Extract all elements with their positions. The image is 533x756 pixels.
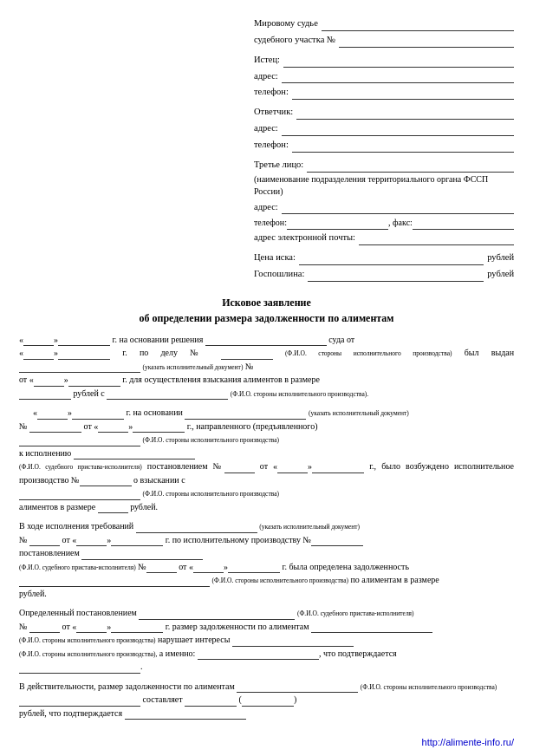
- p4-fio-note2: (Ф.И.О. стороны исполнительного производ…: [19, 636, 155, 644]
- gosposhlina-label: Госпошлина:: [254, 266, 304, 282]
- p2-text1: г. на основании: [127, 407, 183, 417]
- price-suffix: рублей: [487, 250, 514, 265]
- p1-text8: рублей с: [74, 388, 105, 398]
- p2-text2: №: [19, 421, 28, 431]
- p4-text8: , что подтверждается: [319, 648, 397, 658]
- p3-doc-num: [29, 536, 60, 546]
- p2-text13: рублей.: [130, 502, 158, 512]
- p4-text1: Определенный постановлением: [19, 608, 137, 617]
- p4-dec-month: [111, 622, 163, 633]
- p2-from-day: [98, 422, 128, 433]
- p5-text2: составляет: [143, 694, 183, 704]
- p1-court-label: суда от: [328, 335, 354, 344]
- paragraph-2: «» г. на основании (указать исполнительн…: [19, 406, 514, 513]
- document-title-line1: Исковое заявление: [19, 295, 514, 310]
- p3-text11: по алиментам в размере: [350, 575, 439, 584]
- p1-fio-note2: (Ф.И.О. стороны исполнительного производ…: [231, 390, 368, 398]
- p2-executor: [74, 449, 195, 459]
- district-label: судебного участка №: [254, 32, 335, 48]
- p1-amount: [19, 389, 71, 400]
- third-party-address-label: адрес:: [254, 199, 278, 215]
- p1-text4: №: [245, 362, 254, 371]
- defendant-phone-label: телефон:: [254, 137, 289, 153]
- third-party-line: [307, 160, 514, 173]
- p2-text11: о взыскании с: [133, 475, 185, 485]
- p5-amount-paren: [242, 696, 294, 707]
- p1-doc-note: (указать исполнительный документ): [143, 363, 244, 371]
- p2-fio-note2: (Ф.И.О. судебного пристава-исполнителя): [19, 463, 142, 471]
- defendant-address-label: адрес:: [254, 121, 278, 136]
- p3-text10: г. была определена задолженность: [282, 562, 408, 571]
- p2-doc: [185, 409, 306, 420]
- p3-doc-note: (указать исполнительный документ): [259, 523, 360, 531]
- p3-fio-note: (Ф.И.О. судебного пристава-исполнителя): [19, 564, 136, 571]
- third-party-phone-line: [287, 218, 388, 230]
- p4-dec-num: [29, 622, 60, 633]
- p4-text6: нарушает интересы: [158, 635, 230, 644]
- p2-dec-day: [277, 463, 308, 473]
- p1-text5: от «: [19, 375, 34, 384]
- p1-date-month: [58, 336, 110, 346]
- p1-fio-note: (Ф.И.О. стороны исполнительного производ…: [285, 349, 452, 357]
- p1-from-day: [34, 376, 64, 387]
- p2-text6: к исполнению: [19, 448, 71, 458]
- gosposhlina-suffix: рублей: [487, 266, 514, 282]
- document-page: Мировому судье судебного участка № Истец…: [0, 0, 533, 756]
- p5-text5: рублей, что подтверждается: [19, 708, 122, 718]
- gosposhlina-line: [308, 270, 484, 282]
- p1-text7: г. для осуществления взыскания алиментов…: [122, 375, 320, 384]
- p4-confirm: [19, 663, 140, 674]
- p5-text1: В действительности, размер задолженности…: [19, 681, 235, 691]
- plaintiff-address-label: адрес:: [254, 68, 278, 84]
- p1-doc: [19, 362, 140, 373]
- p2-text12: алиментов в размере: [19, 502, 95, 512]
- p4-text5: г. размер задолженности по алиментам: [166, 622, 309, 631]
- p3-fio: [19, 577, 210, 587]
- p2-fio-note: (Ф.И.О. стороны исполнительного производ…: [143, 436, 279, 444]
- p1-text3: был выдан: [465, 348, 514, 357]
- p3-text7: №: [138, 562, 146, 571]
- p4-text3: от «: [62, 622, 77, 631]
- p1-from-month: [68, 376, 120, 387]
- p3-dec-month: [228, 563, 280, 573]
- header-section: Мировому судье судебного участка № Истец…: [19, 16, 514, 286]
- third-party-fax-label: , факс:: [388, 215, 413, 230]
- title-section: Исковое заявление об определении размера…: [19, 295, 514, 326]
- p4-text7: а именно:: [159, 648, 196, 658]
- p1-text2: г. по делу №: [122, 348, 208, 357]
- p5-text4: ): [294, 694, 296, 704]
- third-party-label: Третье лицо:: [254, 157, 303, 173]
- p4-fio: [311, 622, 432, 633]
- p5-confirm: [125, 709, 246, 720]
- district-line: [339, 36, 514, 48]
- p3-text3: от «: [62, 535, 77, 544]
- p3-text12: рублей.: [19, 589, 47, 598]
- p1-date2-day: [23, 349, 54, 360]
- p3-from-day: [76, 536, 107, 546]
- p2-text3: от «: [84, 421, 99, 431]
- footer-link[interactable]: http://alimente-info.ru/: [422, 737, 514, 747]
- p2-text5: г., направленного (предъявленного): [187, 421, 318, 431]
- plaintiff-line: [283, 55, 514, 68]
- price-line: [299, 253, 484, 265]
- paragraph-4: Определенный постановлением (Ф.И.О. суде…: [19, 606, 514, 674]
- p3-text2: №: [19, 535, 28, 544]
- p3-from-month: [111, 536, 163, 546]
- defendant-address-line: [282, 124, 514, 136]
- document-title-line2: об определении размера задолженности по …: [19, 310, 514, 326]
- to-label: Мировому судье: [254, 16, 318, 31]
- third-party-note: (наименование подразделения территориаль…: [254, 174, 488, 196]
- address-block: Мировому судье судебного участка № Истец…: [254, 16, 514, 286]
- p2-exec-num: [80, 476, 132, 486]
- p5-amount-num: [185, 696, 237, 707]
- p4-details: [198, 649, 319, 660]
- p3-text6: постановлением: [19, 548, 80, 557]
- paragraph-5: В действительности, размер задолженности…: [19, 680, 514, 720]
- plaintiff-label: Истец:: [254, 52, 280, 68]
- p4-fio-note3: (Ф.И.О. стороны исполнительного производ…: [19, 650, 157, 658]
- p3-text1: В ходе исполнения требований: [19, 521, 133, 531]
- p2-date-day: [37, 409, 68, 420]
- plaintiff-address-line: [282, 71, 514, 83]
- p5-amount-words: [19, 696, 140, 707]
- defendant-phone-line: [292, 140, 514, 153]
